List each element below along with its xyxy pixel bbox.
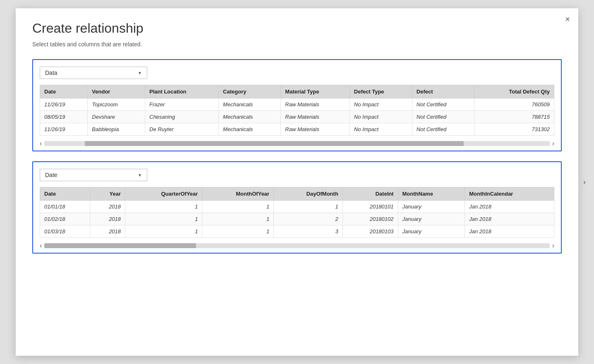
table-cell: Chesaning [145,111,219,123]
table-cell: January [398,225,465,238]
table-cell: Jan 2018 [465,213,554,225]
scroll-track-2 [44,243,549,248]
table-cell: 2018 [90,225,125,238]
modal-title: Create relationship [32,21,562,36]
table-cell: 20180101 [343,201,398,213]
close-button[interactable]: × [565,15,570,23]
table-cell: January [398,201,465,213]
col-header-date: Date [40,187,90,201]
col-header-defect-type: Defect Type [350,85,412,98]
table-cell: Topiczoom [88,98,145,111]
table1-scrollbar[interactable]: ‹ › [40,137,554,151]
col-header-dayofmonth: DayOfMonth [274,187,343,201]
table-cell: De Ruyter [145,123,219,136]
table-cell: 1 [274,201,343,213]
table-cell: 11/26/19 [40,98,88,111]
table-panel-2: Date ▼ DateYearQuarterOfYearMonthOfYearD… [32,161,562,254]
col-header-monthname: MonthName [398,187,465,201]
col-header-monthofyear: MonthOfYear [202,187,274,201]
dropdown-arrow-icon-2: ▼ [138,173,142,177]
table-row: 11/26/19TopiczoomFrazerMechanicalsRaw Ma… [40,98,554,111]
table1-dropdown[interactable]: Data ▼ [40,67,147,79]
modal-dialog: × › Create relationship Select tables an… [16,8,578,356]
table-cell: 3 [274,225,343,238]
col-header-defect: Defect [412,85,474,98]
table-cell: 1 [125,225,202,238]
col-header-date: Date [40,85,88,98]
col-header-material-type: Material Type [281,85,350,98]
table-row: 01/02/18201811220180102JanuaryJan 2018 [40,213,554,225]
scroll-thumb [85,141,464,146]
scroll-right-icon[interactable]: › [552,140,554,147]
table-cell: 01/02/18 [40,213,90,225]
table-cell: 01/01/18 [40,201,90,213]
table-cell: Frazer [145,98,219,111]
table-cell: Babbleopia [88,123,145,136]
table1-data-table: DateVendorPlant LocationCategoryMaterial… [40,85,554,136]
col-header-monthincalendar: MonthInCalendar [465,187,554,201]
col-header-year: Year [90,187,125,201]
table-cell: 11/26/19 [40,123,88,136]
col-header-category: Category [219,85,281,98]
table-cell: Jan 2018 [465,225,554,238]
table-cell: 01/03/18 [40,225,90,238]
table-cell: Raw Materials [281,98,350,111]
table-cell: 1 [125,213,202,225]
table-cell: 08/05/19 [40,111,88,123]
col-header-plant-location: Plant Location [145,85,219,98]
table-cell: 20180103 [343,225,398,238]
dropdown-arrow-icon: ▼ [138,71,142,75]
col-header-dateint: DateInt [343,187,398,201]
table-cell: Not Certified [412,98,474,111]
table-cell: Mechanicals [219,98,281,111]
table-cell: Raw Materials [281,123,350,136]
table-cell: 1 [202,213,274,225]
table-panel-1: Data ▼ DateVendorPlant LocationCategoryM… [32,59,562,151]
table2-dropdown-label: Date [45,172,57,178]
table-cell: 1 [202,225,274,238]
table-cell: 1 [125,201,202,213]
table-cell: Not Certified [412,123,474,136]
table-cell: 1 [202,201,274,213]
col-header-total-defect-qty: Total Defect Qty [474,85,554,98]
table-cell: No Impact [350,123,412,136]
col-header-vendor: Vendor [88,85,145,98]
table-row: 08/05/19DevshareChesaningMechanicalsRaw … [40,111,554,123]
table-row: 11/26/19BabbleopiaDe RuyterMechanicalsRa… [40,123,554,136]
table-cell: 2 [274,213,343,225]
table-cell: No Impact [350,98,412,111]
scroll-left-icon-2[interactable]: ‹ [40,242,42,249]
scroll-track [44,141,549,146]
table-cell: Devshare [88,111,145,123]
scroll-right-icon-2[interactable]: › [552,242,554,249]
scroll-left-icon[interactable]: ‹ [40,140,42,147]
table2-data-table: DateYearQuarterOfYearMonthOfYearDayOfMon… [40,187,554,238]
table-cell: Mechanicals [219,123,281,136]
col-header-quarterofyear: QuarterOfYear [125,187,202,201]
table2-dropdown[interactable]: Date ▼ [40,169,147,181]
chevron-right-icon: › [583,178,586,187]
table-cell: 20180102 [343,213,398,225]
table-cell: 2018 [90,213,125,225]
table1-dropdown-label: Data [45,69,57,76]
table-cell: Not Certified [412,111,474,123]
table-cell: 2018 [90,201,125,213]
table-cell: 731302 [474,123,554,136]
table-cell: Jan 2018 [465,201,554,213]
modal-subtitle: Select tables and columns that are relat… [32,41,562,48]
table-cell: 760509 [474,98,554,111]
table-row: 01/03/18201811320180103JanuaryJan 2018 [40,225,554,238]
table-cell: Raw Materials [281,111,350,123]
table2-scrollbar[interactable]: ‹ › [40,239,554,253]
scroll-thumb-2 [44,243,196,248]
table-cell: No Impact [350,111,412,123]
table-row: 01/01/18201811120180101JanuaryJan 2018 [40,201,554,213]
table-cell: Mechanicals [219,111,281,123]
table-cell: January [398,213,465,225]
table-cell: 788715 [474,111,554,123]
